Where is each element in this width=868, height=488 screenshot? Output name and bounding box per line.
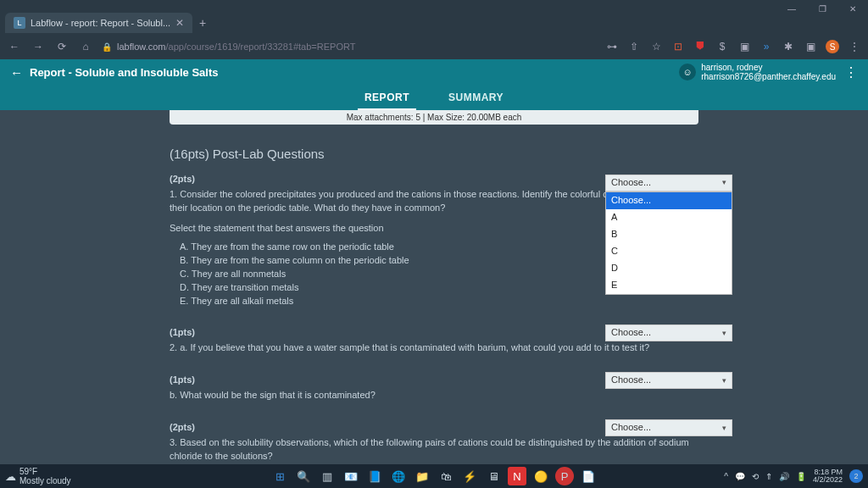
user-avatar-icon: ☺ xyxy=(679,64,696,80)
q2-select-value: Choose... xyxy=(611,326,651,340)
maximize-button[interactable]: ❐ xyxy=(807,0,837,17)
header-menu-icon[interactable]: ⋮ xyxy=(844,64,858,80)
tray-up-icon[interactable]: ^ xyxy=(724,472,728,481)
tray-volume-icon[interactable]: 🔊 xyxy=(779,472,789,481)
puzzle-icon[interactable]: ✱ xyxy=(782,40,795,53)
section-title: (16pts) Post-Lab Questions xyxy=(0,131,868,168)
date: 4/2/2022 xyxy=(813,476,843,484)
q4-select[interactable]: Choose...▾ xyxy=(605,419,732,436)
app-icon-5[interactable]: P xyxy=(555,467,574,485)
start-icon[interactable]: ⊞ xyxy=(270,467,289,485)
app-icon-3[interactable]: ⚡ xyxy=(460,467,479,485)
q1-select[interactable]: Choose...▾ xyxy=(605,175,732,191)
browser-tab[interactable]: L Labflow - report: Report - Solubl... ✕ xyxy=(5,13,192,33)
dd-b[interactable]: B xyxy=(606,226,732,243)
app-icon-2[interactable]: 📘 xyxy=(365,467,384,485)
app-header: ← Report - Soluble and Insoluble Salts ☺… xyxy=(0,59,868,85)
tray-icon[interactable]: ⊡ xyxy=(671,40,685,53)
question-2: (1pts) 2. a. If you believe that you hav… xyxy=(0,314,868,362)
toolbar-right: ⊶ ⇧ ☆ ⊡ ⛊ $ ▣ » ✱ ▣ S ⋮ xyxy=(605,40,861,53)
browser-menu-icon[interactable]: ⋮ xyxy=(848,40,861,53)
system-tray: ^ 💬 ⟲ ⇑ 🔊 🔋 8:18 PM 4/2/2022 2 xyxy=(724,469,863,484)
lock-icon: 🔒 xyxy=(102,42,112,52)
dollar-icon[interactable]: $ xyxy=(715,40,729,53)
store-icon[interactable]: 🛍 xyxy=(437,467,455,485)
cube-icon[interactable]: ▣ xyxy=(737,40,751,53)
url-bar[interactable]: 🔒 labflow.com/app/course/1619/report/332… xyxy=(102,42,355,52)
dd-d[interactable]: D xyxy=(606,260,732,277)
tray-chat-icon[interactable]: 💬 xyxy=(735,472,745,481)
q4-select-value: Choose... xyxy=(611,421,651,435)
app-icon-6[interactable]: 📄 xyxy=(579,467,598,485)
star-icon[interactable]: ☆ xyxy=(649,40,663,53)
chevron-down-icon: ▾ xyxy=(722,177,726,188)
tab-report[interactable]: REPORT xyxy=(358,92,416,110)
question-4: (2pts) 3. Based on the solubility observ… xyxy=(0,409,868,464)
tab-title: Labflow - report: Report - Solubl... xyxy=(31,18,170,28)
q3-text: b. What would be the sign that it is con… xyxy=(170,389,698,402)
dd-a[interactable]: A xyxy=(606,209,732,226)
question-1: (2pts) 1. Consider the colored precipita… xyxy=(0,168,868,314)
q4-text: 3. Based on the solubility observations,… xyxy=(170,436,698,463)
app-icon-4[interactable]: 🖥 xyxy=(484,467,503,485)
temperature: 59°F xyxy=(19,467,71,476)
q1-dropdown[interactable]: Choose... A B C D E xyxy=(605,191,732,295)
content-area: Max attachments: 5 | Max Size: 20.00MB e… xyxy=(0,110,868,464)
dd-c[interactable]: C xyxy=(606,243,732,260)
user-email: rharrison8726@panther.chaffey.edu xyxy=(701,72,836,81)
chevron-down-icon: ▾ xyxy=(722,328,726,339)
tray-wifi-icon[interactable]: ⇑ xyxy=(765,472,772,481)
tray-battery-icon[interactable]: 🔋 xyxy=(796,472,806,481)
new-tab-button[interactable]: + xyxy=(192,16,213,30)
weather-condition: Mostly cloudy xyxy=(19,476,71,485)
reload-icon[interactable]: ⟳ xyxy=(54,41,70,53)
clock[interactable]: 8:18 PM 4/2/2022 xyxy=(813,469,843,484)
q3-select[interactable]: Choose...▾ xyxy=(605,372,732,389)
ext-icon[interactable]: » xyxy=(760,40,773,53)
chrome-icon[interactable]: 🟡 xyxy=(531,467,550,485)
profile-avatar-icon[interactable]: S xyxy=(826,40,839,53)
nav-back-icon[interactable]: ← xyxy=(7,41,22,53)
home-icon[interactable]: ⌂ xyxy=(78,41,93,53)
search-icon[interactable]: 🔍 xyxy=(294,467,313,485)
q1-select-value: Choose... xyxy=(611,176,651,190)
taskbar-center: ⊞ 🔍 ▥ 📧 📘 🌐 📁 🛍 ⚡ 🖥 N 🟡 P 📄 xyxy=(270,467,598,485)
tray-sync-icon[interactable]: ⟲ xyxy=(752,472,759,481)
url-text: labflow.com/app/course/1619/report/33281… xyxy=(117,42,355,52)
chevron-down-icon: ▾ xyxy=(722,423,726,434)
explorer-icon[interactable]: 📁 xyxy=(413,467,431,485)
title-bar xyxy=(0,0,868,12)
question-3: (1pts) b. What would be the sign that it… xyxy=(0,362,868,409)
q2-select[interactable]: Choose...▾ xyxy=(605,324,732,341)
key-icon[interactable]: ⊶ xyxy=(605,40,619,53)
tab-summary[interactable]: SUMMARY xyxy=(442,92,510,110)
attachment-limit: Max attachments: 5 | Max Size: 20.00MB e… xyxy=(170,110,698,125)
app-back-icon[interactable]: ← xyxy=(10,65,23,80)
minimize-button[interactable]: — xyxy=(776,0,807,17)
close-button[interactable]: ✕ xyxy=(837,0,868,17)
chevron-down-icon: ▾ xyxy=(722,375,726,386)
app-tabs: REPORT SUMMARY xyxy=(0,85,868,110)
taskbar: ☁ 59°F Mostly cloudy ⊞ 🔍 ▥ 📧 📘 🌐 📁 🛍 ⚡ 🖥… xyxy=(0,464,868,488)
q1-opt-e: E. They are all alkali metals xyxy=(180,295,698,308)
dd-choose[interactable]: Choose... xyxy=(606,192,732,209)
q2-text: 2. a. If you believe that you have a wat… xyxy=(170,341,698,355)
share-icon[interactable]: ⇧ xyxy=(627,40,641,53)
user-badge[interactable]: ☺ harrison, rodney rharrison8726@panther… xyxy=(679,63,836,81)
page-title: Report - Soluble and Insoluble Salts xyxy=(30,66,218,79)
address-bar-row: ← → ⟳ ⌂ 🔒 labflow.com/app/course/1619/re… xyxy=(0,34,868,59)
weather-icon: ☁ xyxy=(5,470,16,483)
netflix-icon[interactable]: N xyxy=(508,467,526,485)
dd-e[interactable]: E xyxy=(606,277,732,294)
notifications-icon[interactable]: 2 xyxy=(849,469,863,483)
taskview-icon[interactable]: ▥ xyxy=(318,467,337,485)
q3-select-value: Choose... xyxy=(611,374,651,387)
weather-widget[interactable]: ☁ 59°F Mostly cloudy xyxy=(5,467,71,485)
app-icon-1[interactable]: 📧 xyxy=(342,467,360,485)
shield-icon[interactable]: ⛊ xyxy=(693,40,707,53)
edge-icon[interactable]: 🌐 xyxy=(389,467,408,485)
close-tab-icon[interactable]: ✕ xyxy=(175,17,184,29)
user-name: harrison, rodney xyxy=(701,63,836,72)
stop-icon[interactable]: ▣ xyxy=(804,40,817,53)
favicon-icon: L xyxy=(14,17,25,29)
